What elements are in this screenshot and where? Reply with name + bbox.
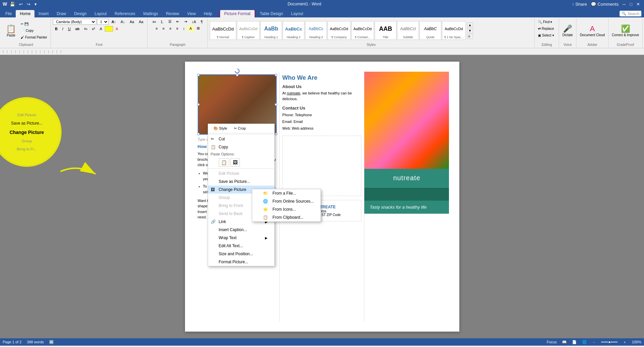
align-left-btn[interactable]: ≡ — [154, 26, 160, 31]
comments-btn[interactable]: 💬 Comments — [589, 1, 620, 7]
edit-picture-menu-item[interactable]: Edit Picture — [208, 169, 274, 178]
size-position-menu-item[interactable]: Size and Position... — [208, 250, 274, 258]
style-heading3[interactable]: AaBbCc Heading 3 — [305, 21, 327, 40]
handle-bl[interactable] — [197, 133, 200, 135]
align-center-btn[interactable]: ≡ — [161, 26, 167, 31]
align-right-btn[interactable]: ≡ — [167, 26, 173, 31]
close-btn[interactable]: ✕ — [635, 1, 641, 7]
handle-ml[interactable] — [197, 103, 200, 106]
text-case-btn[interactable]: Aa — [137, 19, 145, 24]
tab-help[interactable]: Help — [200, 10, 216, 17]
paste-btn[interactable]: 📋 Paste — [3, 20, 19, 41]
tab-layout[interactable]: Layout — [91, 10, 111, 17]
copy-menu-item[interactable]: 📋 Copy — [208, 143, 274, 151]
from-icons-item[interactable]: ⭐ From Icons... — [252, 205, 320, 213]
zoom-out-btn[interactable]: － — [592, 340, 596, 345]
save-qat-btn[interactable]: 💾 — [8, 1, 16, 7]
search-box[interactable]: 🔍 Search — [620, 11, 641, 16]
bullets-btn[interactable]: ≡• — [151, 19, 158, 24]
wrap-text-menu-item[interactable]: Wrap Text ▶ — [208, 234, 274, 242]
tab-review[interactable]: Review — [162, 10, 183, 17]
tab-design[interactable]: Design — [70, 10, 90, 17]
tab-picture-format[interactable]: Picture Format — [220, 10, 255, 17]
focus-btn[interactable]: Focus — [547, 340, 557, 344]
borders-btn[interactable]: ⊞ — [195, 25, 202, 31]
from-online-item[interactable]: 🌐 From Online Sources... — [252, 197, 320, 205]
sort-btn[interactable]: ↕A — [190, 19, 198, 24]
paste-picture[interactable]: 🖼 — [231, 158, 240, 166]
bold-btn[interactable]: B — [53, 26, 60, 31]
styles-scroll-up[interactable]: ▲ ▼ ≡ — [466, 22, 474, 40]
rotation-handle[interactable] — [235, 68, 240, 74]
format-painter-btn[interactable]: 🖌 Format Painter — [19, 34, 49, 40]
text-effects-btn[interactable]: A — [98, 26, 104, 31]
superscript-btn[interactable]: x² — [90, 26, 97, 31]
tab-mailings[interactable]: Mailings — [139, 10, 162, 17]
correct-improve-btn[interactable]: ✅ Correct & Improve — [611, 20, 640, 41]
replace-btn[interactable]: ⇄Replace — [537, 25, 557, 31]
from-clipboard-item[interactable]: 📋 From Clipboard... — [252, 213, 320, 221]
multilevel-btn[interactable]: ☰ — [166, 19, 174, 24]
clear-format-btn[interactable]: Aa — [127, 19, 136, 24]
strikethrough-btn[interactable]: ab — [73, 26, 81, 31]
find-btn[interactable]: 🔍Find ▾ — [537, 19, 557, 25]
crop-header-btn[interactable]: ✂ Crop — [231, 125, 249, 132]
style-header-btn[interactable]: 🎨 Style — [211, 125, 230, 132]
undo-qat-btn[interactable]: ↩ — [18, 1, 24, 7]
cut-btn[interactable]: ✂ 💾 — [19, 21, 49, 27]
tab-layout2[interactable]: Layout — [287, 10, 307, 17]
from-file-item[interactable]: 📁 From a File... — [252, 189, 320, 197]
show-hide-btn[interactable]: ¶ — [199, 19, 205, 24]
share-btn[interactable]: ↑ Share — [571, 1, 588, 7]
insert-caption-menu-item[interactable]: Insert Caption... — [208, 226, 274, 234]
justify-btn[interactable]: ≡ — [174, 26, 180, 31]
handle-tl[interactable] — [197, 74, 200, 76]
qat-customize-btn[interactable]: ▾ — [33, 1, 38, 7]
tab-insert[interactable]: Insert — [34, 10, 53, 17]
style-heading1[interactable]: AaBb Heading 1 — [260, 21, 282, 40]
tab-file[interactable]: File — [1, 10, 16, 17]
document-cloud-btn[interactable]: A Document Cloud — [578, 20, 606, 41]
style-normal[interactable]: AaBbCcDd ¶ Normal — [210, 21, 236, 40]
subscript-btn[interactable]: x₂ — [82, 26, 89, 31]
decrease-indent-btn[interactable]: ⇤ — [174, 19, 181, 24]
style-nospace[interactable]: AaBbCcDd ¶ 1 No Spac... — [442, 21, 466, 40]
style-company[interactable]: AaBbCcDd ¶ Company — [328, 21, 350, 40]
font-grow-btn[interactable]: A↑ — [109, 19, 118, 24]
format-picture-menu-item[interactable]: Format Picture... — [208, 258, 274, 266]
minimize-btn[interactable]: ─ — [621, 1, 627, 7]
dictate-btn[interactable]: 🎤 Dictate — [561, 20, 574, 41]
font-size-select[interactable]: 11 — [97, 19, 109, 25]
shading-btn[interactable]: A — [187, 26, 194, 31]
save-as-picture-menu-item[interactable]: Save as Picture... — [208, 178, 274, 186]
select-btn[interactable]: ▣Select ▾ — [537, 32, 557, 38]
handle-mr[interactable] — [275, 103, 277, 106]
increase-indent-btn[interactable]: ⇥ — [182, 19, 189, 24]
italic-btn[interactable]: I — [60, 26, 65, 31]
style-caption[interactable]: AaBbCcDd ¶ Caption — [237, 21, 260, 40]
numbering-btn[interactable]: 1. — [159, 19, 166, 24]
tab-home[interactable]: Home — [16, 10, 34, 17]
tab-view[interactable]: View — [183, 10, 200, 17]
zoom-in-btn[interactable]: ＋ — [623, 340, 627, 345]
maximize-btn[interactable]: □ — [628, 1, 634, 7]
text-highlight-btn[interactable]: ab — [105, 26, 113, 31]
tab-draw[interactable]: Draw — [53, 10, 70, 17]
handle-tr[interactable] — [275, 74, 277, 76]
paste-keep-source[interactable]: 📋 — [219, 158, 229, 166]
handle-br[interactable] — [275, 133, 277, 135]
font-color-btn[interactable]: A — [114, 26, 120, 31]
read-mode-btn[interactable]: 📖 — [562, 340, 567, 344]
style-title[interactable]: AAB Title — [375, 21, 396, 40]
underline-btn[interactable]: U — [66, 26, 73, 31]
style-heading2[interactable]: AaBbCc Heading 2 — [283, 21, 304, 40]
copy-btn[interactable]: 📄 Copy — [19, 27, 49, 33]
edit-alt-text-menu-item[interactable]: Edit Alt Text... — [208, 242, 274, 250]
font-name-select[interactable]: Cambria (Body) — [53, 19, 96, 25]
zoom-slider[interactable]: ━━━●━━━ — [601, 340, 618, 344]
line-spacing-btn[interactable]: ↕ — [181, 26, 187, 31]
redo-qat-btn[interactable]: ↪ — [25, 1, 32, 7]
print-layout-btn[interactable]: 📄 — [572, 340, 577, 344]
style-subtitle[interactable]: AaBbCcl Subtitle — [397, 21, 419, 40]
cut-menu-item[interactable]: ✂ Cut — [208, 135, 274, 143]
